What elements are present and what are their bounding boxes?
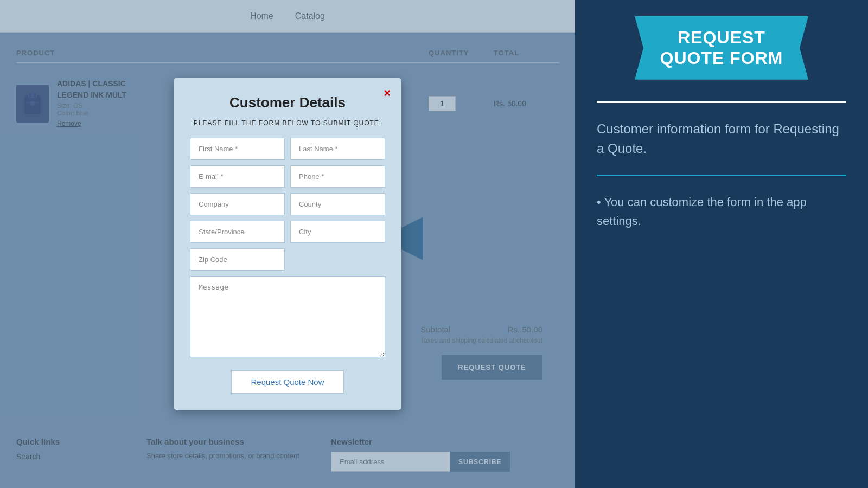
county-input[interactable] (290, 193, 385, 215)
submit-button[interactable]: Request Quote Now (231, 370, 343, 394)
first-name-input[interactable] (190, 138, 285, 160)
modal-title: Customer Details (190, 94, 385, 111)
right-panel-tip: • You can customize the form in the app … (597, 192, 846, 230)
company-county-row (190, 193, 385, 215)
modal-subtitle: PLEASE FILL THE FORM BELOW TO SUBMIT QUO… (190, 119, 385, 127)
company-input[interactable] (190, 193, 285, 215)
right-panel-divider-top (597, 101, 846, 103)
right-panel-description: Customer information form for Requesting… (597, 119, 846, 158)
modal-overlay: Customer Details PLEASE FILL THE FORM BE… (0, 0, 575, 488)
email-input[interactable] (190, 165, 285, 188)
state-province-input[interactable] (190, 221, 285, 243)
city-input[interactable] (290, 221, 385, 243)
request-banner: REQUEST QUOTE FORM (635, 16, 808, 80)
message-row (190, 276, 385, 359)
banner-text: REQUEST QUOTE FORM (651, 27, 792, 69)
name-row (190, 138, 385, 160)
contact-row (190, 165, 385, 188)
last-name-input[interactable] (290, 138, 385, 160)
banner-ribbon: REQUEST QUOTE FORM (635, 16, 808, 80)
right-panel: REQUEST QUOTE FORM Customer information … (575, 0, 868, 488)
phone-input[interactable] (290, 165, 385, 188)
modal-close-button[interactable]: × (384, 86, 391, 100)
right-panel-divider-bottom (597, 175, 846, 176)
message-textarea[interactable] (190, 276, 385, 357)
zip-code-input[interactable] (190, 248, 285, 271)
state-city-row (190, 221, 385, 243)
customer-details-modal: Customer Details PLEASE FILL THE FORM BE… (174, 78, 401, 410)
zip-row (190, 248, 288, 271)
